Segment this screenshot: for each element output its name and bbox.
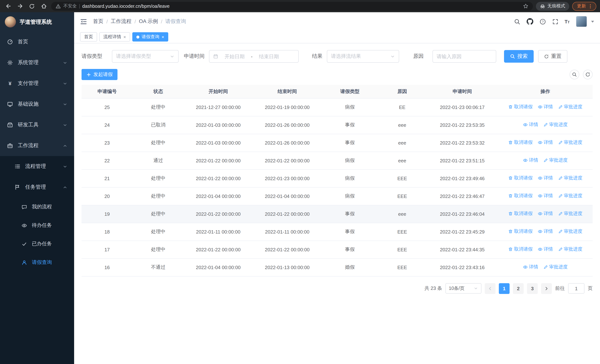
detail-link[interactable]: 详情: [538, 139, 553, 146]
browser-update-button[interactable]: 更新: [572, 2, 596, 10]
cell-end: 2022-01-13 00:00:00: [253, 258, 322, 276]
breadcrumb-home[interactable]: 首页: [93, 18, 103, 25]
page-button-1[interactable]: 1: [499, 283, 510, 294]
create-leave-button[interactable]: 发起请假: [82, 69, 117, 80]
date-range-picker[interactable]: -: [209, 50, 299, 63]
cell-start: 2022-01-03 00:00:00: [184, 134, 253, 152]
table-row: 16 不通过 2022-01-04 00:00:00 2022-01-13 00…: [82, 258, 593, 276]
result-label: 结果: [312, 53, 322, 60]
sidebar-item-leave-query[interactable]: 请假查询: [0, 253, 74, 272]
approval-progress-link[interactable]: 审批进度: [558, 139, 582, 146]
approval-progress-link[interactable]: 审批进度: [543, 157, 568, 163]
fullscreen-icon[interactable]: [552, 18, 558, 25]
cell-apply-time: 2022-01-22 23:43:16: [427, 258, 498, 276]
browser-refresh-button[interactable]: [28, 2, 36, 10]
sidebar-item-workflow[interactable]: 工作流程: [0, 135, 74, 156]
svg-text:?: ?: [542, 20, 544, 24]
sidebar-collapse-button[interactable]: [80, 18, 87, 25]
tab-home[interactable]: 首页: [80, 32, 97, 42]
tab-leave-query[interactable]: 请假查询 ×: [132, 32, 168, 42]
address-bar[interactable]: 不安全 dashboard.yudao.iocoder.cn/bpm/oa/le…: [51, 2, 533, 10]
col-header-end: 结束时间: [253, 85, 322, 98]
cancel-leave-link[interactable]: 取消请假: [508, 175, 533, 181]
tab-close-icon[interactable]: ×: [162, 35, 164, 39]
approval-progress-link[interactable]: 审批进度: [558, 175, 582, 181]
table-search-toggle-button[interactable]: [570, 70, 579, 79]
cancel-leave-link[interactable]: 取消请假: [508, 139, 533, 146]
detail-link[interactable]: 详情: [538, 228, 553, 235]
result-select[interactable]: 请选择流结果: [327, 50, 399, 63]
sidebar-item-task-mgmt[interactable]: 任务管理: [0, 177, 74, 197]
page-size-select[interactable]: 10条/页: [445, 283, 481, 294]
cell-actions: 取消请假 详情 审批进度: [498, 205, 593, 223]
reset-button[interactable]: 重置: [538, 50, 567, 63]
approval-progress-link[interactable]: 审批进度: [558, 246, 582, 252]
page-button-3[interactable]: 3: [527, 283, 538, 294]
detail-link[interactable]: 详情: [538, 175, 553, 181]
font-size-icon[interactable]: TT: [565, 19, 570, 24]
sidebar-item-todo-tasks[interactable]: 待办任务: [0, 216, 74, 235]
tab-process-detail[interactable]: 流程详情 ×: [99, 32, 130, 42]
detail-link[interactable]: 详情: [538, 211, 553, 217]
sidebar-item-done-tasks[interactable]: 已办任务: [0, 235, 74, 253]
avatar-caret-icon[interactable]: [591, 20, 594, 22]
bookmark-star-icon[interactable]: [523, 3, 528, 9]
cell-type: 事假: [322, 223, 378, 241]
search-button[interactable]: 搜索: [504, 50, 534, 63]
goto-page-input[interactable]: [568, 283, 584, 294]
prev-page-button[interactable]: [485, 283, 496, 294]
sidebar-item-process-mgmt[interactable]: 流程管理: [0, 156, 74, 177]
next-page-button[interactable]: [541, 283, 552, 294]
approval-progress-link[interactable]: 审批进度: [558, 211, 582, 217]
leave-type-select[interactable]: 请选择请假类型: [112, 50, 179, 63]
breadcrumb-current: 请假查询: [165, 18, 186, 25]
search-icon[interactable]: [514, 18, 520, 25]
approval-progress-link[interactable]: 审批进度: [558, 193, 582, 199]
github-icon[interactable]: [526, 18, 533, 25]
sidebar-item-payment[interactable]: ¥ 支付管理: [0, 73, 74, 94]
detail-link[interactable]: 详情: [523, 121, 538, 128]
reason-input[interactable]: [437, 54, 492, 59]
page-button-2[interactable]: 2: [513, 283, 524, 294]
user-avatar[interactable]: [576, 16, 587, 27]
detail-link[interactable]: 详情: [523, 264, 538, 270]
sidebar-item-my-process[interactable]: 我的流程: [0, 197, 74, 216]
col-header-status: 状态: [133, 85, 184, 98]
detail-link[interactable]: 详情: [523, 157, 538, 163]
approval-progress-link[interactable]: 审批进度: [558, 228, 582, 235]
start-date-input[interactable]: [221, 54, 249, 59]
browser-back-button[interactable]: [4, 2, 13, 10]
cancel-leave-link[interactable]: 取消请假: [508, 193, 533, 199]
detail-link[interactable]: 详情: [538, 104, 553, 110]
browser-forward-button[interactable]: [16, 2, 24, 10]
sidebar-item-devtools[interactable]: 研发工具: [0, 114, 74, 135]
approval-progress-link[interactable]: 审批进度: [543, 264, 568, 270]
cell-id: 25: [82, 98, 133, 116]
tab-close-icon[interactable]: ×: [123, 35, 126, 39]
cancel-leave-link[interactable]: 取消请假: [508, 246, 533, 252]
cell-type: 病假: [322, 98, 378, 116]
breadcrumb-oa-example[interactable]: OA 示例: [139, 18, 158, 25]
detail-link[interactable]: 详情: [538, 246, 553, 252]
sidebar-item-infra[interactable]: 基础设施: [0, 94, 74, 114]
sidebar-item-system[interactable]: 系统管理: [0, 52, 74, 73]
cancel-leave-link[interactable]: 取消请假: [508, 104, 533, 110]
sidebar-item-home[interactable]: 首页: [0, 31, 74, 52]
cancel-leave-link[interactable]: 取消请假: [508, 228, 533, 235]
filter-bar: 请假类型 请选择请假类型 申请时间 - 结果 请选择流结果: [82, 50, 593, 63]
cell-type: 病假: [322, 187, 378, 205]
browser-menu-icon[interactable]: [588, 3, 593, 9]
breadcrumb-workflow[interactable]: 工作流程: [111, 18, 131, 25]
cancel-leave-link[interactable]: 取消请假: [508, 211, 533, 217]
cell-type: 病假: [322, 169, 378, 187]
table-refresh-button[interactable]: [583, 70, 593, 79]
end-date-input[interactable]: [255, 54, 283, 59]
detail-link[interactable]: 详情: [538, 193, 553, 199]
cell-type: 事假: [322, 205, 378, 223]
approval-progress-link[interactable]: 审批进度: [543, 121, 568, 128]
approval-progress-link[interactable]: 审批进度: [558, 104, 582, 110]
help-icon[interactable]: ?: [539, 18, 546, 25]
cancel-leave-label: 取消请假: [514, 211, 533, 217]
create-leave-label: 发起请假: [94, 71, 113, 78]
browser-home-button[interactable]: [39, 2, 48, 10]
